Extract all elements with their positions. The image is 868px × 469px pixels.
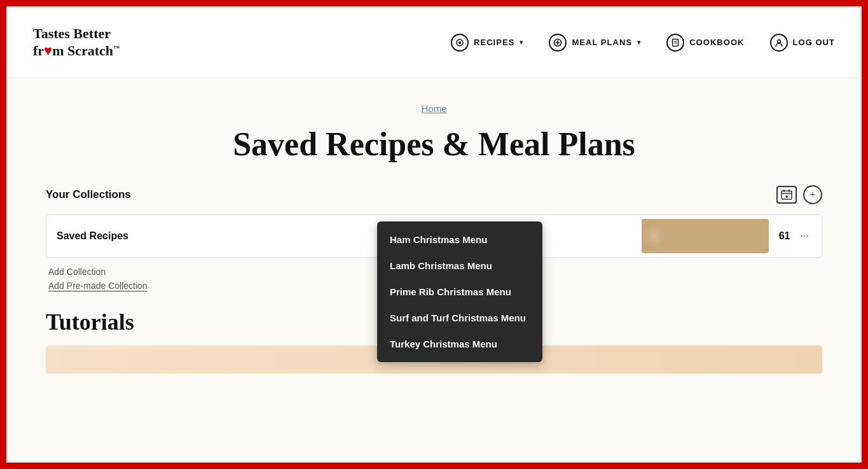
nav-item-recipes[interactable]: RECIPES ▾ — [451, 34, 523, 52]
dropdown-item-ham[interactable]: Ham Christmas Menu — [377, 227, 542, 253]
home-link[interactable]: Home — [421, 103, 446, 114]
collections-header: Your Collections + — [46, 185, 822, 204]
site-logo[interactable]: Tastes Better fr♥m Scratch™ — [33, 25, 120, 59]
recipes-label: RECIPES — [474, 38, 514, 47]
outer-border: Tastes Better fr♥m Scratch™ RECIPES ▾ — [0, 0, 868, 469]
collections-heading: Your Collections — [46, 188, 131, 201]
inner-frame: Tastes Better fr♥m Scratch™ RECIPES ▾ — [6, 6, 862, 463]
add-collection-circle-button[interactable]: + — [803, 185, 822, 204]
collection-name[interactable]: Saved Recipes — [57, 230, 642, 242]
dropdown-item-surf-turf[interactable]: Surf and Turf Christmas Menu — [377, 305, 542, 331]
nav-item-logout[interactable]: LOG OUT — [770, 34, 836, 52]
dropdown-item-prime-rib[interactable]: Prime Rib Christmas Menu — [377, 279, 542, 305]
collection-count: 61 — [779, 230, 790, 242]
dropdown-item-turkey[interactable]: Turkey Christmas Menu — [377, 331, 542, 357]
dropdown-item-lamb[interactable]: Lamb Christmas Menu — [377, 253, 542, 279]
meal-plans-label: MEAL PLANS — [572, 38, 632, 47]
nav-item-cookbook[interactable]: COOKBOOK — [666, 34, 744, 52]
recipes-icon — [451, 34, 469, 52]
svg-rect-9 — [782, 191, 792, 199]
cookbook-label: COOKBOOK — [689, 38, 744, 47]
plus-icon: + — [809, 189, 815, 200]
cookbook-icon — [666, 34, 684, 52]
collection-row: Saved Recipes 61 ··· Ham Christmas Menu … — [46, 214, 822, 258]
nav-item-meal-plans[interactable]: MEAL PLANS ▾ — [549, 34, 641, 52]
meal-plans-icon — [549, 34, 567, 52]
heart-icon: ♥ — [44, 43, 52, 59]
logout-icon — [770, 34, 788, 52]
meal-plans-chevron: ▾ — [637, 39, 641, 46]
logo-area: Tastes Better fr♥m Scratch™ — [33, 25, 120, 59]
main-content: Home Saved Recipes & Meal Plans Your Col… — [8, 78, 860, 461]
svg-point-8 — [777, 39, 780, 43]
logout-label: LOG OUT — [793, 38, 836, 47]
page-title: Saved Recipes & Meal Plans — [46, 126, 822, 162]
breadcrumb: Home — [46, 103, 822, 115]
nav-items: RECIPES ▾ MEAL PLANS ▾ — [451, 34, 835, 52]
add-to-calendar-button[interactable] — [776, 186, 797, 204]
navbar: Tastes Better fr♥m Scratch™ RECIPES ▾ — [8, 8, 860, 78]
collection-thumbnail — [642, 219, 769, 253]
collections-actions: + — [776, 185, 822, 204]
collection-options-button[interactable]: ··· — [798, 227, 812, 246]
svg-point-1 — [458, 41, 461, 44]
dropdown-menu: Ham Christmas Menu Lamb Christmas Menu P… — [377, 221, 542, 362]
recipes-chevron: ▾ — [520, 39, 523, 46]
